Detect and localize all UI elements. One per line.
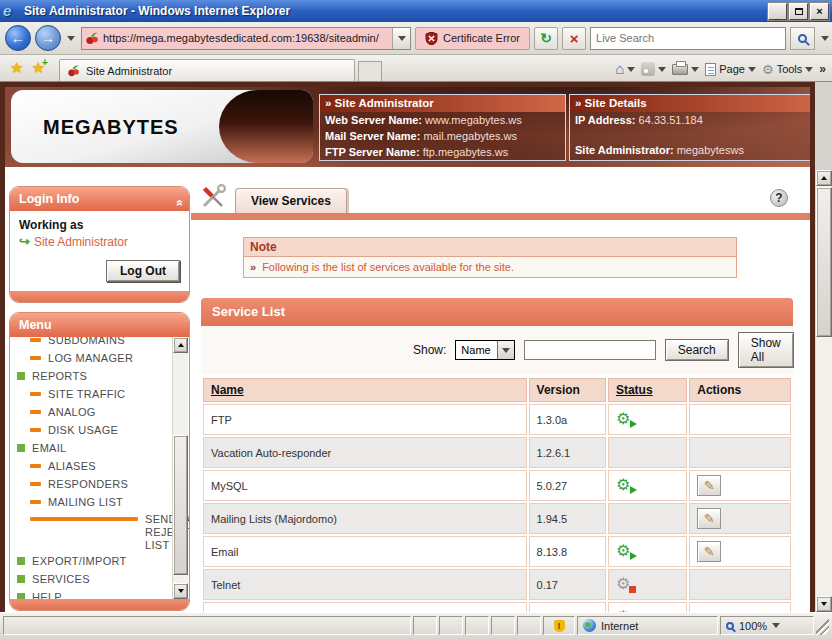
- menu-item-reports[interactable]: REPORTS: [17, 367, 170, 385]
- menu-item-subdomains[interactable]: SUBDOMAINS: [17, 337, 170, 349]
- note-bullet-icon: »: [250, 261, 256, 273]
- search-button[interactable]: [790, 27, 815, 50]
- dash-bullet-icon: [30, 428, 41, 432]
- site-details-box: » Site Details IP Address: 64.33.51.184 …: [569, 94, 815, 161]
- menu-item-site-traffic[interactable]: SITE TRAFFIC: [17, 385, 170, 403]
- zoom-level: 100%: [739, 620, 767, 632]
- maximize-button[interactable]: [789, 3, 808, 20]
- note-text: Following is the list of services availa…: [262, 261, 514, 273]
- help-button[interactable]: ?: [770, 189, 788, 207]
- service-search-input[interactable]: [524, 340, 656, 360]
- edit-service-button[interactable]: ✎: [697, 541, 721, 562]
- live-search-box[interactable]: [590, 27, 786, 50]
- menu-item-log-manager[interactable]: LOG MANAGER: [17, 349, 170, 367]
- globe-icon: [583, 619, 596, 632]
- security-report-pane[interactable]: !: [543, 616, 575, 635]
- edit-service-button[interactable]: ✎: [697, 508, 721, 529]
- certificate-error-badge[interactable]: Certificate Error: [415, 27, 530, 50]
- menu-item-aliases[interactable]: ALIASES: [17, 457, 170, 475]
- zoom-dropdown-icon[interactable]: [772, 623, 780, 628]
- menu-item-email[interactable]: EMAIL: [17, 439, 170, 457]
- ftp-server-label: FTP Server Name:: [325, 146, 420, 158]
- column-header-actions: Actions: [689, 378, 791, 402]
- page-icon: [705, 63, 716, 76]
- select-dropdown-icon[interactable]: [497, 341, 514, 359]
- address-bar[interactable]: https://mega.megabytesdedicated.com:1963…: [81, 27, 411, 50]
- service-version: 5.0.27: [529, 470, 606, 501]
- menu-item-responders[interactable]: RESPONDERS: [17, 475, 170, 493]
- tab-site-administrator[interactable]: Site Administrator: [59, 59, 355, 81]
- logo-decoration: [219, 90, 313, 163]
- table-row: Mailing Lists (Majordomo) 1.94.5 ✎: [203, 503, 791, 534]
- site-favicon: [85, 31, 99, 45]
- live-search-input[interactable]: [596, 32, 780, 44]
- scroll-down-button[interactable]: [173, 583, 188, 599]
- url-text[interactable]: https://mega.megabytesdedicated.com:1963…: [103, 32, 392, 44]
- maximize-icon: [795, 8, 803, 15]
- service-name: Mailing Lists (Majordomo): [203, 503, 527, 534]
- menu-item-analog[interactable]: ANALOG: [17, 403, 170, 421]
- table-row: Telnet 0.17 ⚙: [203, 569, 791, 600]
- menu-item-export-import[interactable]: EXPORT/IMPORT: [17, 552, 170, 570]
- note-box: Note »Following is the list of services …: [243, 237, 737, 278]
- stop-button[interactable]: ×: [562, 27, 586, 50]
- forward-button[interactable]: →: [35, 25, 61, 51]
- search-service-button[interactable]: Search: [665, 339, 729, 361]
- scroll-thumb[interactable]: [816, 187, 832, 337]
- edit-service-button[interactable]: ✎: [697, 475, 721, 496]
- column-header-status[interactable]: Status: [608, 378, 687, 402]
- address-dropdown[interactable]: [392, 28, 410, 49]
- menu-item-disk-usage[interactable]: DISK USAGE: [17, 421, 170, 439]
- menu-item-sendmail-reject-list[interactable]: SENDMAIL REJECT LIST: [17, 511, 170, 552]
- scroll-up-button[interactable]: [173, 337, 188, 353]
- page-menu-button[interactable]: Page: [705, 63, 756, 76]
- tools-icon: [199, 183, 227, 211]
- status-running-icon: ⚙: [616, 411, 636, 428]
- resize-grip[interactable]: [816, 616, 829, 635]
- status-message-pane: [3, 616, 411, 635]
- feeds-button[interactable]: [641, 62, 666, 76]
- logo-plate: MEGABYTES: [11, 90, 313, 163]
- add-favorite-icon[interactable]: ★: [31, 59, 44, 77]
- refresh-button[interactable]: ↻: [534, 27, 558, 50]
- tab-view-services[interactable]: View Services: [235, 188, 347, 213]
- service-version: 4.3p2: [529, 602, 606, 612]
- close-button[interactable]: ×: [810, 3, 829, 20]
- column-header-name[interactable]: Name: [203, 378, 527, 402]
- show-all-button[interactable]: Show All: [738, 332, 794, 368]
- dash-bullet-icon: [30, 392, 41, 396]
- minimize-button[interactable]: _: [768, 3, 787, 20]
- history-dropdown[interactable]: [65, 36, 77, 41]
- toolbar-overflow-chevron[interactable]: »: [819, 62, 826, 76]
- search-options-dropdown[interactable]: [819, 36, 831, 41]
- zoom-control[interactable]: 100%: [720, 616, 814, 635]
- menu-item-help[interactable]: HELP: [17, 588, 170, 599]
- page-scrollbar[interactable]: [815, 170, 832, 612]
- tab-favicon: [67, 64, 80, 77]
- new-tab-button[interactable]: [358, 61, 382, 81]
- back-button[interactable]: ←: [5, 25, 31, 51]
- role-link[interactable]: Site Administrator: [34, 235, 128, 249]
- collapse-panel-icon[interactable]: »: [168, 200, 190, 207]
- site-banner: MEGABYTES » Site Administrator Web Serve…: [5, 87, 810, 167]
- favorites-center-icon[interactable]: ★: [10, 59, 23, 77]
- show-select[interactable]: Name: [455, 340, 514, 360]
- home-icon: ⌂: [615, 63, 624, 75]
- menu-item-services[interactable]: SERVICES: [17, 570, 170, 588]
- menu-panel: Menu SUBDOMAINS LOG MANAGER REPORTS SITE…: [9, 312, 190, 611]
- scroll-thumb[interactable]: [173, 435, 188, 575]
- service-name: FTP: [203, 404, 527, 435]
- menu-scrollbar[interactable]: [172, 337, 188, 599]
- scroll-up-button[interactable]: [816, 170, 832, 186]
- home-button[interactable]: ⌂: [615, 63, 635, 75]
- status-running-icon: ⚙: [616, 477, 636, 494]
- scroll-down-button[interactable]: [816, 596, 832, 612]
- pencil-icon: ✎: [704, 511, 715, 526]
- security-zone-pane: Internet: [577, 616, 718, 635]
- menu-item-mailing-list[interactable]: MAILING LIST: [17, 493, 170, 511]
- print-button[interactable]: [672, 64, 699, 75]
- logout-button[interactable]: Log Out: [106, 260, 180, 282]
- tools-menu-button[interactable]: ⚙Tools: [762, 63, 813, 76]
- table-row: Email 8.13.8 ⚙ ✎: [203, 536, 791, 567]
- service-version: 8.13.8: [529, 536, 606, 567]
